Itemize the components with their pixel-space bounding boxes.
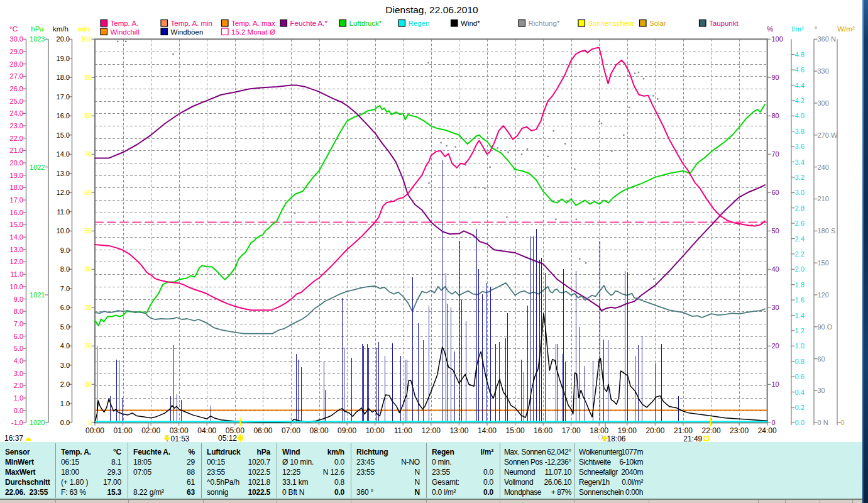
legend-label: Temp. A. max [231, 19, 275, 27]
svg-text:%: % [767, 25, 773, 33]
chart-area: Temp. A.Temp. A. minTemp. A. maxFeuchte … [0, 0, 868, 503]
table-cell-value: 17.00 [59, 477, 121, 487]
svg-text:1.2: 1.2 [795, 327, 805, 334]
svg-text:0: 0 [841, 419, 845, 426]
svg-text:19.0: 19.0 [10, 172, 23, 179]
svg-text:8.0: 8.0 [60, 265, 70, 273]
svg-text:11.0: 11.0 [57, 208, 70, 216]
table-info-value: 2040m [579, 467, 643, 477]
svg-text:23.0: 23.0 [10, 122, 23, 130]
table-info-value: 26.06.10 [504, 477, 571, 487]
svg-text:09:00: 09:00 [338, 426, 356, 435]
weather-station-window: Dienstag, 22.06.2010 Temp. A.Temp. A. mi… [0, 0, 868, 503]
table-info-value: 0.0l/m² [579, 477, 643, 487]
svg-text:40: 40 [84, 265, 92, 273]
table-cell-value: N [354, 467, 420, 477]
summary-table: SensorMinWertMaxWertDurchschnitt22.06. 2… [0, 442, 862, 499]
table-cell-value: 0.0 [430, 467, 493, 477]
svg-text:1.0: 1.0 [60, 400, 70, 407]
svg-text:0.0: 0.0 [14, 407, 23, 414]
svg-text:0.2: 0.2 [795, 404, 805, 411]
weather-chart: Temp. A.Temp. A. minTemp. A. maxFeuchte … [0, 0, 868, 503]
svg-text:min: min [78, 25, 90, 33]
statusbar-separator [203, 500, 204, 503]
svg-text:2.6: 2.6 [795, 219, 805, 227]
legend-label: Richtung* [529, 19, 560, 27]
table-row-label: Durchschnitt [5, 477, 53, 487]
svg-text:0.8: 0.8 [795, 358, 805, 365]
svg-text:l/m²: l/m² [791, 25, 803, 33]
table-info-value: 1077m [579, 447, 643, 457]
svg-text:02:00: 02:00 [141, 426, 160, 435]
table-row-label: MaxWert [5, 467, 53, 477]
svg-text:0.0: 0.0 [795, 419, 805, 426]
legend-label: 15.2 Monat-Ø [231, 28, 275, 36]
table-cell-value: 0.0 [280, 457, 344, 467]
legend-label: Taupunkt [709, 19, 739, 27]
svg-text:30: 30 [818, 387, 825, 394]
svg-text:12:00: 12:00 [422, 426, 441, 435]
legend-label: Temp. A. min [171, 19, 212, 27]
svg-text:4.6: 4.6 [795, 66, 805, 74]
table-divider [351, 443, 351, 498]
legend-swatch-3 [280, 20, 287, 27]
svg-text:180 S: 180 S [818, 227, 836, 235]
svg-text:08:00: 08:00 [310, 426, 329, 435]
legend-swatch-1 [161, 20, 168, 27]
svg-text:20:00: 20:00 [646, 426, 664, 435]
svg-text:26.0: 26.0 [10, 85, 23, 92]
svg-text:9.0: 9.0 [60, 246, 70, 254]
summary-table-bg: SensorMinWertMaxWertDurchschnitt22.06. 2… [0, 442, 862, 499]
table-info-value: 6-10km [579, 457, 643, 467]
svg-text:7.0: 7.0 [14, 320, 23, 328]
svg-text:20.0: 20.0 [10, 159, 23, 167]
svg-text:360 N: 360 N [818, 35, 836, 43]
svg-text:17:00: 17:00 [562, 426, 581, 435]
svg-text:10: 10 [84, 380, 92, 388]
svg-text:10:00: 10:00 [366, 426, 385, 435]
svg-text:15.0: 15.0 [57, 131, 70, 139]
sunrise-sun-icon [236, 434, 244, 442]
bottomleft-time: 16:37 [4, 434, 23, 443]
svg-text:15:00: 15:00 [506, 426, 525, 435]
svg-text:300: 300 [818, 99, 829, 107]
legend-label: Sonnenschein [588, 19, 634, 27]
table-divider [55, 443, 56, 498]
desktop-edge [862, 0, 868, 503]
svg-text:18:00: 18:00 [590, 426, 608, 435]
legend-label: Wind* [461, 19, 480, 27]
svg-text:1020: 1020 [30, 419, 45, 426]
svg-text:1.8: 1.8 [795, 281, 805, 289]
legend-label: Regen [409, 19, 430, 27]
svg-text:km/h: km/h [53, 25, 69, 33]
table-cell-value: 1022.5 [205, 467, 270, 477]
table-col-unit: km/h [280, 447, 344, 457]
statusbar-separator [852, 500, 853, 503]
table-info-value: 0:00h [579, 487, 643, 497]
svg-text:5.0: 5.0 [60, 323, 70, 331]
svg-text:23:00: 23:00 [730, 426, 749, 435]
statusbar-separator [574, 500, 575, 503]
svg-text:2.4: 2.4 [795, 235, 805, 243]
svg-text:13:00: 13:00 [449, 426, 468, 435]
table-divider [277, 443, 277, 498]
svg-text:6.0: 6.0 [60, 304, 70, 311]
svg-text:2.8: 2.8 [795, 204, 805, 212]
svg-text:60: 60 [772, 189, 779, 196]
table-cell-value: 29.3 [59, 467, 121, 477]
svg-text:13.0: 13.0 [10, 246, 23, 253]
legend-swatch-5 [398, 20, 405, 27]
svg-text:120: 120 [818, 291, 829, 299]
svg-text:0: 0 [772, 419, 776, 426]
statusbar-separator [55, 500, 56, 503]
table-row-label: 22.06. 23:55 [5, 487, 53, 497]
svg-text:14.0: 14.0 [57, 150, 70, 158]
legend-swatch-7 [519, 20, 525, 27]
svg-text:14.0: 14.0 [10, 233, 23, 241]
svg-text:24:00: 24:00 [758, 426, 777, 435]
legend-label: Feuchte A.* [290, 19, 328, 27]
svg-text:22.0: 22.0 [10, 135, 23, 142]
svg-text:17.0: 17.0 [10, 196, 23, 204]
svg-text:70: 70 [772, 150, 779, 158]
svg-text:10: 10 [772, 380, 779, 388]
